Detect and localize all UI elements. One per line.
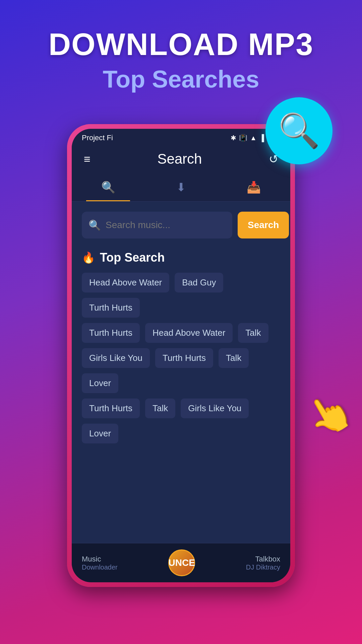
phone-mockup: Project Fi ✱ 📳 ▲ ▐ 59% ≡ Search ↺ 🔍 xyxy=(67,124,295,587)
search-tab-icon: 🔍 xyxy=(101,180,115,194)
tags-row-3: Girls Like You Turth Hurts Talk Lover xyxy=(82,348,280,393)
search-bar-row: 🔍 Search xyxy=(82,212,280,238)
top-search-section: 🔥 Top Search Head Above Water Bad Guy Tu… xyxy=(82,251,280,443)
tag-turth-hurts-2[interactable]: Turth Hurts xyxy=(82,323,140,343)
search-icon-circle: 🔍 xyxy=(265,97,333,164)
folder-tab-icon: 📥 xyxy=(247,180,261,194)
tags-row-4: Turth Hurts Talk Girls Like You Lover xyxy=(82,398,280,443)
bottom-app-info: Music Downloader xyxy=(82,555,118,571)
phone-inner: Project Fi ✱ 📳 ▲ ▐ 59% ≡ Search ↺ 🔍 xyxy=(72,129,290,582)
search-input[interactable] xyxy=(106,212,226,238)
main-title: DOWNLOAD MP3 xyxy=(0,27,362,62)
tag-girls-like-you-1[interactable]: Girls Like You xyxy=(82,348,150,368)
app-header: ≡ Search ↺ xyxy=(72,145,290,173)
tab-search[interactable]: 🔍 xyxy=(72,173,144,201)
tag-turth-hurts-4[interactable]: Turth Hurts xyxy=(82,398,140,418)
content-area: 🔍 Search 🔥 Top Search Head Above Water B… xyxy=(72,202,290,543)
tag-head-above-water-2[interactable]: Head Above Water xyxy=(145,323,233,343)
download-tab-icon: ⬇ xyxy=(176,180,186,194)
top-search-title: Top Search xyxy=(100,251,165,265)
tag-talk-3[interactable]: Talk xyxy=(145,398,175,418)
tag-talk-2[interactable]: Talk xyxy=(219,348,249,368)
search-button[interactable]: Search xyxy=(238,212,289,238)
search-input-icon: 🔍 xyxy=(88,219,101,231)
tab-folder[interactable]: 📥 xyxy=(218,173,290,201)
search-input-wrapper: 🔍 xyxy=(82,212,232,238)
bottom-app-sub: Downloader xyxy=(82,564,118,571)
header-title: Search xyxy=(157,151,202,167)
top-section: DOWNLOAD MP3 Top Searches xyxy=(0,0,362,103)
fire-icon: 🔥 xyxy=(82,251,95,264)
vibrate-icon: 📳 xyxy=(239,134,247,142)
tag-bad-guy[interactable]: Bad Guy xyxy=(175,273,223,292)
top-search-header: 🔥 Top Search xyxy=(82,251,280,265)
tag-head-above-water-1[interactable]: Head Above Water xyxy=(82,273,169,292)
search-magnifier-icon: 🔍 xyxy=(278,111,320,151)
bottom-right-name: Talkbox xyxy=(246,555,280,564)
hamburger-icon[interactable]: ≡ xyxy=(84,153,90,165)
hand-pointer-icon: 👆 xyxy=(298,384,360,444)
tags-row-2: Turth Hurts Head Above Water Talk xyxy=(82,323,280,343)
phone-outer: Project Fi ✱ 📳 ▲ ▐ 59% ≡ Search ↺ 🔍 xyxy=(67,124,295,587)
tag-talk-1[interactable]: Talk xyxy=(238,323,268,343)
bottom-app-name: Music xyxy=(82,555,118,564)
wifi-icon: ▲ xyxy=(250,134,257,142)
album-label: UNCE xyxy=(169,557,195,568)
bottom-right-info: Talkbox DJ Diktracy xyxy=(246,555,280,571)
tags-row-1: Head Above Water Bad Guy Turth Hurts xyxy=(82,273,280,318)
carrier-label: Project Fi xyxy=(82,133,113,142)
bottom-right-sub: DJ Diktracy xyxy=(246,564,280,571)
tag-turth-hurts-1[interactable]: Turth Hurts xyxy=(82,298,140,318)
bottom-bar: Music Downloader UNCE Talkbox DJ Diktrac… xyxy=(72,543,290,582)
signal-icon: ▐ xyxy=(259,134,264,142)
bluetooth-icon: ✱ xyxy=(231,134,236,142)
tag-girls-like-you-2[interactable]: Girls Like You xyxy=(181,398,249,418)
tag-lover-2[interactable]: Lover xyxy=(82,424,118,443)
bottom-album-art[interactable]: UNCE xyxy=(168,549,195,576)
tag-turth-hurts-3[interactable]: Turth Hurts xyxy=(155,348,213,368)
tab-download[interactable]: ⬇ xyxy=(144,173,217,201)
tag-lover-1[interactable]: Lover xyxy=(82,373,118,393)
sub-title: Top Searches xyxy=(0,65,362,93)
status-bar: Project Fi ✱ 📳 ▲ ▐ 59% xyxy=(72,129,290,145)
tab-bar: 🔍 ⬇ 📥 xyxy=(72,173,290,202)
